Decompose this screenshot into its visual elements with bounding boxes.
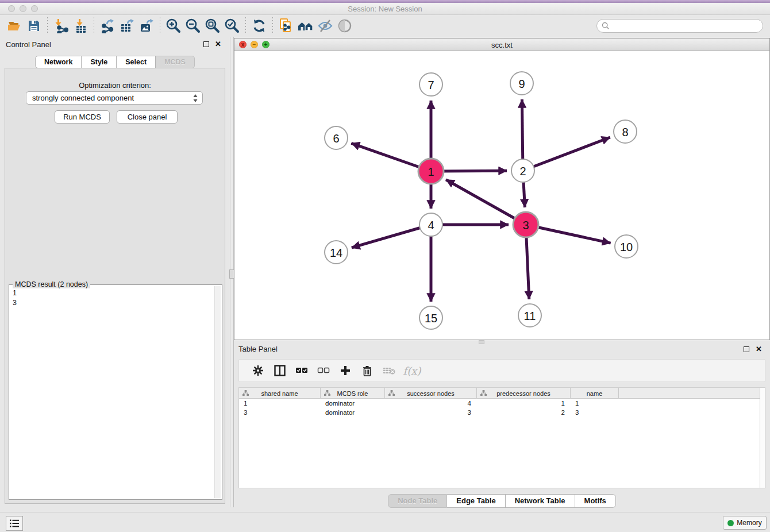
node-table: shared nameMCDS rolesuccessor nodesprede… — [238, 387, 765, 488]
network-window-title: scc.txt — [234, 41, 769, 49]
save-session-button[interactable] — [24, 17, 44, 35]
zoom-in-button[interactable] — [164, 17, 183, 35]
toolbar-divider — [272, 17, 273, 34]
hide-selected-button[interactable] — [315, 17, 335, 35]
float-table-panel-button[interactable] — [744, 346, 749, 352]
close-table-panel-button[interactable]: ✕ — [756, 345, 762, 353]
run-mcds-button[interactable]: Run MCDS — [55, 110, 110, 124]
table-cell[interactable]: 1 — [477, 399, 571, 408]
import-table-icon — [73, 18, 88, 33]
zoom-fit-button[interactable] — [203, 17, 222, 35]
table-cell[interactable]: dominator — [321, 408, 385, 417]
app-titlebar: Session: New Session — [0, 3, 770, 15]
graph-edge-2-8[interactable] — [523, 137, 610, 171]
import-network-button[interactable] — [51, 17, 71, 35]
column-tree-icon — [242, 390, 249, 396]
graph-edge-3-1[interactable] — [446, 180, 526, 225]
app-title: Session: New Session — [0, 5, 770, 13]
gear-icon — [252, 365, 264, 376]
criterion-select[interactable]: strongly connected component — [26, 91, 203, 105]
add-column-button[interactable] — [334, 361, 356, 380]
result-scrollbar[interactable] — [214, 286, 221, 498]
mcds-result-title: MCDS result (2 nodes) — [13, 280, 90, 288]
vertical-splitter[interactable] — [230, 37, 234, 507]
main-toolbar — [0, 15, 770, 37]
criterion-selected-value: strongly connected component — [32, 94, 134, 102]
column-header-name[interactable]: name — [571, 388, 619, 399]
zoom-selected-button[interactable] — [222, 17, 242, 35]
tab-network-table[interactable]: Network Table — [506, 494, 575, 508]
table-cell[interactable]: 3 — [239, 408, 321, 417]
tab-node-table[interactable]: Node Table — [388, 494, 447, 508]
table-cell[interactable]: 2 — [477, 408, 571, 417]
export-image-button[interactable] — [137, 17, 156, 35]
function-icon: f(x) — [401, 365, 421, 377]
tab-mcds[interactable]: MCDS — [156, 56, 195, 68]
column-header-mcds-role[interactable]: MCDS role — [321, 388, 385, 399]
graph-node-label-9: 9 — [518, 78, 525, 90]
column-tree-icon — [388, 390, 395, 396]
table-scrollbar[interactable] — [760, 388, 765, 488]
import-table-button[interactable] — [71, 17, 90, 35]
tab-edge-table[interactable]: Edge Table — [447, 494, 505, 508]
toolbar-divider — [94, 17, 94, 34]
first-neighbors-button[interactable] — [296, 17, 315, 35]
search-icon — [602, 22, 610, 30]
tab-motifs[interactable]: Motifs — [575, 494, 616, 508]
deselect-all-columns-button[interactable] — [313, 361, 334, 380]
select-all-columns-button[interactable] — [291, 361, 313, 380]
zoom-in-icon — [165, 18, 182, 34]
mcds-result-group: MCDS result (2 nodes) 1 3 — [9, 284, 222, 500]
task-history-button[interactable] — [6, 516, 23, 531]
new-network-from-selection-button[interactable] — [276, 17, 296, 35]
table-cell[interactable]: 4 — [385, 399, 477, 408]
column-tree-icon — [480, 390, 487, 396]
table-cell[interactable]: 3 — [385, 408, 477, 417]
table-cell[interactable]: 3 — [571, 408, 619, 417]
graph-edge-4-14[interactable] — [352, 225, 431, 248]
delete-table-button[interactable] — [378, 361, 400, 380]
delete-column-button[interactable] — [356, 361, 378, 380]
open-session-button[interactable] — [5, 17, 24, 35]
show-all-button[interactable] — [335, 17, 355, 35]
import-network-icon — [53, 18, 68, 33]
graph-node-label-7: 7 — [428, 79, 434, 91]
table-cell[interactable]: 1 — [571, 399, 619, 408]
function-builder-button[interactable]: f(x) — [400, 361, 422, 380]
node-table-body: 1dominator4113dominator323 — [239, 399, 765, 417]
network-graph: 7968124314101511 — [234, 51, 769, 340]
search-field[interactable] — [596, 19, 763, 33]
export-table-button[interactable] — [117, 17, 137, 35]
float-panel-button[interactable] — [203, 41, 209, 47]
column-header-successor-nodes[interactable]: successor nodes — [385, 388, 477, 399]
search-input[interactable] — [613, 22, 763, 30]
control-panel: Control Panel ✕ NetworkStyleSelectMCDS O… — [0, 37, 230, 507]
table-panel: Table Panel ✕ — [234, 342, 770, 511]
table-cell[interactable]: 1 — [239, 399, 321, 408]
graph-node-label-14: 14 — [330, 246, 342, 259]
network-canvas[interactable]: 7968124314101511 — [234, 51, 769, 340]
memory-button[interactable]: Memory — [723, 516, 767, 530]
table-options-button[interactable] — [247, 361, 269, 380]
column-header-predecessor-nodes[interactable]: predecessor nodes — [477, 388, 571, 399]
tab-style[interactable]: Style — [82, 56, 117, 68]
close-panel-button[interactable]: ✕ — [215, 40, 221, 48]
mcds-result-text[interactable]: 1 3 — [13, 288, 213, 497]
network-window-titlebar[interactable]: x − + scc.txt — [234, 38, 769, 51]
table-cell[interactable]: dominator — [321, 399, 385, 408]
column-header-shared-name[interactable]: shared name — [239, 388, 321, 399]
tab-network[interactable]: Network — [35, 56, 82, 68]
tab-select[interactable]: Select — [117, 56, 156, 68]
export-network-button[interactable] — [98, 17, 117, 35]
show-columns-button[interactable] — [269, 361, 291, 380]
apply-layout-button[interactable] — [249, 17, 269, 35]
graph-node-label-6: 6 — [333, 132, 339, 145]
control-panel-tabs: NetworkStyleSelectMCDS — [0, 56, 230, 68]
control-panel-titlebar: Control Panel ✕ — [0, 37, 230, 52]
table-row[interactable]: 1dominator411 — [239, 399, 765, 408]
select-chevrons-icon — [192, 92, 198, 107]
zoom-out-button[interactable] — [183, 17, 203, 35]
columns-icon — [274, 365, 286, 376]
close-panel-button-inner[interactable]: Close panel — [117, 110, 178, 124]
table-row[interactable]: 3dominator323 — [239, 408, 765, 417]
